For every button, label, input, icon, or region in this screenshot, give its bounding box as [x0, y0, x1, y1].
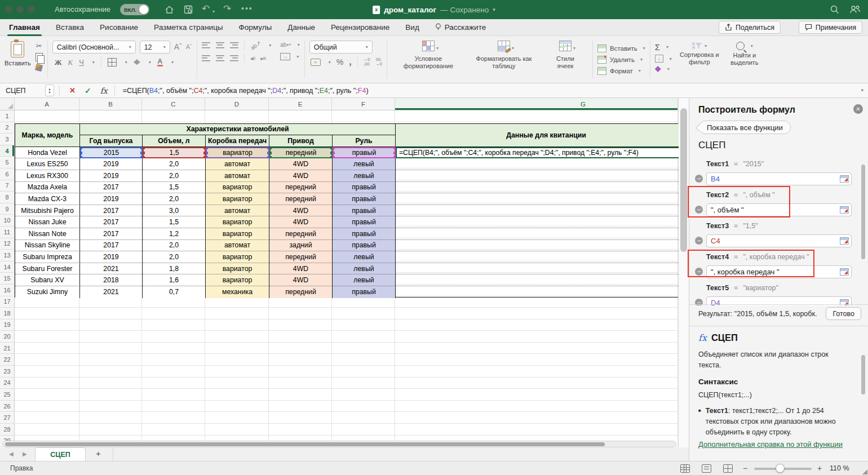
tab-insert[interactable]: Вставка: [56, 19, 84, 36]
row-header-18[interactable]: 18: [0, 308, 15, 319]
cell-C16[interactable]: 0,7: [143, 286, 206, 298]
resize-handle[interactable]: [862, 469, 867, 474]
sort-filter-button[interactable]: АЯ▾ Сортировка и фильтр: [677, 39, 721, 79]
italic-button[interactable]: К: [68, 58, 73, 66]
increase-indent-icon[interactable]: ▸≡: [261, 54, 266, 63]
row-header-21[interactable]: 21: [0, 343, 15, 354]
table-header-g[interactable]: Данные для квитанции: [396, 124, 679, 147]
selection-handle[interactable]: [269, 147, 272, 149]
align-bottom-icon[interactable]: [230, 42, 238, 48]
cell[interactable]: [205, 401, 269, 412]
cell-F5[interactable]: левый: [333, 158, 396, 170]
zoom-out-icon[interactable]: −: [743, 464, 747, 473]
autosum-icon[interactable]: Σ: [655, 43, 660, 51]
cell[interactable]: [269, 354, 332, 366]
vertical-scroll-thumb[interactable]: [680, 108, 687, 252]
remove-argument-button[interactable]: −: [695, 175, 703, 183]
cell-C4[interactable]: 1,5: [143, 147, 206, 159]
cell-G5[interactable]: [396, 158, 679, 170]
argument-field[interactable]: ", объём ": [706, 203, 852, 216]
selection-handle[interactable]: [393, 147, 396, 149]
cell-D11[interactable]: вариатор: [206, 228, 269, 240]
cell[interactable]: [15, 308, 79, 319]
cell[interactable]: [79, 401, 142, 412]
selection-handle[interactable]: [80, 152, 82, 154]
cell[interactable]: [269, 412, 332, 424]
delete-cells-button[interactable]: Удалить▾: [597, 56, 645, 64]
cell-C15[interactable]: 1,6: [143, 274, 206, 286]
zoom-in-icon[interactable]: +: [817, 464, 822, 473]
cell[interactable]: [332, 354, 395, 366]
cell[interactable]: [332, 366, 395, 378]
done-button[interactable]: Готово: [826, 307, 861, 320]
cell-E11[interactable]: передний: [269, 228, 333, 240]
autosave-toggle[interactable]: ВКЛ.: [120, 4, 149, 15]
tab-home[interactable]: Главная: [9, 19, 40, 36]
cell-B4[interactable]: 2015: [80, 147, 143, 159]
cell[interactable]: [142, 110, 205, 122]
increase-decimal-icon[interactable]: ←0,00: [364, 57, 370, 66]
currency-format-icon[interactable]: ¤: [311, 59, 321, 66]
cell-G12[interactable]: [396, 240, 679, 252]
cell-styles-button[interactable]: ▾ Стили ячеек: [543, 39, 588, 79]
align-top-icon[interactable]: [202, 42, 210, 48]
cell-E12[interactable]: задний: [269, 240, 333, 252]
cell-B15[interactable]: 2018: [80, 274, 143, 286]
cell-B5[interactable]: 2019: [80, 158, 143, 170]
table-header-group[interactable]: Характеристики автомобилей: [80, 124, 396, 136]
cell-C11[interactable]: 1,2: [143, 228, 206, 240]
font-color-icon[interactable]: А: [157, 58, 163, 66]
tab-draw[interactable]: Рисование: [100, 19, 138, 36]
cell[interactable]: [205, 331, 269, 343]
cell-F12[interactable]: правый: [333, 240, 396, 252]
cell-F13[interactable]: левый: [333, 251, 396, 263]
cell[interactable]: [142, 424, 205, 436]
sheet-tab-active[interactable]: СЦЕП: [35, 447, 86, 461]
decrease-decimal-icon[interactable]: 00,→0: [375, 57, 382, 66]
cell[interactable]: [395, 296, 678, 308]
fill-color-icon[interactable]: [134, 59, 140, 65]
row-header-10[interactable]: 10: [0, 215, 15, 227]
cell[interactable]: [15, 378, 79, 389]
selection-handle[interactable]: [80, 147, 82, 149]
cell[interactable]: [15, 296, 79, 308]
cell[interactable]: [269, 343, 332, 354]
share-people-icon[interactable]: [849, 5, 861, 15]
cell-B11[interactable]: 2017: [80, 228, 143, 240]
selection-handle[interactable]: [143, 152, 145, 154]
decrease-indent-icon[interactable]: ◂≡: [250, 54, 255, 63]
cell-D4[interactable]: вариатор: [206, 147, 269, 159]
cell-A15[interactable]: Subaru XV: [15, 274, 80, 286]
cell-G7[interactable]: [396, 182, 679, 194]
format-cells-button[interactable]: Формат▾: [597, 67, 645, 75]
cell[interactable]: [395, 366, 678, 378]
font-name-select[interactable]: Calibri (Основной...▾: [52, 41, 136, 54]
cell[interactable]: [205, 412, 269, 424]
search-icon[interactable]: [830, 5, 840, 15]
align-left-icon[interactable]: [202, 55, 210, 61]
cell-G8[interactable]: [396, 193, 679, 205]
cell[interactable]: [269, 110, 332, 122]
cell[interactable]: [15, 401, 79, 412]
cell[interactable]: [395, 354, 678, 366]
cell-D15[interactable]: вариатор: [206, 274, 269, 286]
cell[interactable]: [205, 110, 269, 122]
fill-down-icon[interactable]: ↓: [655, 55, 663, 63]
conditional-formatting-button[interactable]: ▾ Условное форматирование: [392, 39, 465, 79]
cell[interactable]: [205, 343, 269, 354]
underline-button[interactable]: Ч: [79, 58, 84, 66]
cell[interactable]: [395, 110, 678, 122]
window-close-button[interactable]: [5, 6, 12, 13]
column-header-A[interactable]: A: [15, 98, 79, 110]
argument-field[interactable]: ", коробка передач ": [706, 265, 852, 278]
column-header-D[interactable]: D: [205, 98, 269, 110]
undo-caret-icon[interactable]: ▾: [212, 6, 215, 17]
cell[interactable]: [79, 110, 142, 122]
selection-handle[interactable]: [206, 156, 208, 158]
cell[interactable]: [332, 296, 395, 308]
range-selector-icon[interactable]: [840, 175, 849, 183]
row-header-17[interactable]: 17: [0, 296, 15, 308]
cell[interactable]: [332, 110, 395, 122]
format-painter-icon[interactable]: [34, 64, 43, 72]
clear-icon[interactable]: [655, 66, 661, 72]
